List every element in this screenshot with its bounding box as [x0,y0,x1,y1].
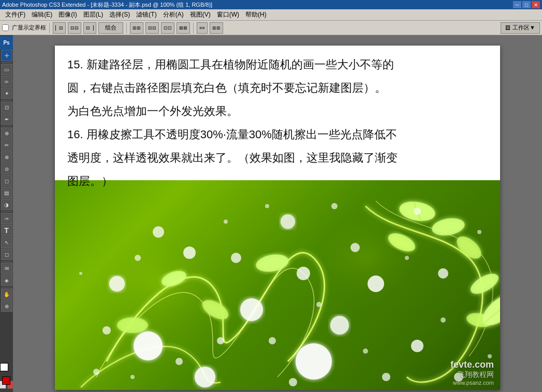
svg-point-19 [195,367,215,387]
artwork-area: fevte.com 飞翔教程网 www.psanz.com [55,180,500,390]
svg-point-42 [316,302,321,307]
menu-help[interactable]: 帮助(H) [242,9,270,20]
menu-image[interactable]: 图像(I) [55,9,80,20]
foreground-color[interactable] [2,376,10,385]
align-center-button[interactable]: ⊟⊟ [68,22,81,34]
svg-point-26 [297,267,310,280]
tool-sep-1 [2,62,12,63]
move-tool[interactable]: ✛ [1,50,12,61]
tool-sep-3 [2,126,12,126]
instruction-line-3: 为白色光点增加一个外发光效果。 [67,103,488,120]
align-right-button[interactable]: ⊟▕ [83,22,96,34]
svg-point-40 [289,378,297,386]
group-button[interactable]: 组合 [98,22,123,34]
distribute-1[interactable]: ⊞⊞ [130,22,143,34]
workspace-icon: 🖼 [505,25,510,31]
distribute-3[interactable]: ⊡⊡ [161,22,174,34]
hand-tool[interactable]: ✋ [1,288,12,300]
distribute-4[interactable]: ⊠⊠ [177,22,190,34]
svg-point-38 [93,369,99,375]
main-layout: Ps ✛ ▭ ∞ ✦ ⊡ ✒ ⊕ ✏ ⊗ ⊘ ◻ ▤ ◑ ✑ T ↖ ◻ ✉ ◈… [0,35,542,392]
shape-tool[interactable]: ◻ [1,249,12,260]
svg-point-47 [79,272,82,275]
crop-tool[interactable]: ⊡ [1,101,12,113]
instruction-line-2: 圆，右键点击路径图层填充白色（填充时不要忘记新建图层）。 [67,79,488,96]
svg-point-49 [441,317,446,323]
svg-point-45 [363,349,368,354]
magic-wand-tool[interactable]: ✦ [1,88,12,99]
svg-point-32 [382,373,390,381]
marquee-tool[interactable]: ▭ [1,64,12,75]
svg-point-33 [135,255,141,261]
heal-tool[interactable]: ⊕ [1,127,12,139]
notes-tool[interactable]: ✉ [1,263,12,274]
watermark-cn: 飞翔教程网 [458,370,494,380]
menu-bar: 文件(F) 编辑(E) 图像(I) 图层(L) 选择(S) 滤镜(T) 分析(A… [0,9,542,21]
svg-point-31 [350,243,360,252]
svg-point-36 [414,208,421,215]
left-toolbar: Ps ✛ ▭ ∞ ✦ ⊡ ✒ ⊕ ✏ ⊗ ⊘ ◻ ▤ ◑ ✑ T ↖ ◻ ✉ ◈… [0,35,13,392]
vine-svg [55,180,500,390]
svg-point-35 [331,203,338,209]
menu-file[interactable]: 文件(F) [2,9,28,20]
zoom-tool[interactable]: ⊕ [1,300,12,312]
watermark-site: fevte.com [450,359,494,370]
toolbar-sep-3 [193,23,194,33]
svg-point-34 [269,337,276,344]
tool-sep-4 [2,211,12,212]
menu-window[interactable]: 窗口(W) [214,9,242,20]
svg-point-27 [231,253,241,263]
instruction-line-5: 透明度，这样透视效果就出来了。（效果如图，这里我隐藏了渐变 [67,149,488,166]
arrange-1[interactable]: ≡≡ [197,22,208,34]
tool-sep-5 [2,261,12,262]
svg-point-17 [296,343,332,380]
text-tool[interactable]: T [1,225,12,236]
title-bar: Adobe Photoshop CS3 Extended - [未标题-3334… [0,0,542,9]
toolbar-sep-2 [126,23,127,33]
tool-sep-2 [2,100,12,100]
svg-point-39 [175,358,183,365]
menu-analyze[interactable]: 分析(A) [160,9,187,20]
align-left-button[interactable]: ▏⊟ [53,22,66,34]
minimize-button[interactable]: ─ [513,1,521,8]
title-controls: ─ □ ✕ [513,1,540,8]
svg-point-15 [134,331,163,360]
arrange-2[interactable]: ⊞⊞ [210,22,223,34]
instruction-line-1: 15. 新建路径层，用椭圆工具在植物附近随机的画一些大小不等的 [67,56,488,73]
dodge-tool[interactable]: ◑ [1,199,12,210]
svg-point-6 [467,270,500,298]
svg-point-46 [477,230,481,234]
eyedropper2-tool[interactable]: ◈ [1,274,12,286]
path-select-tool[interactable]: ↖ [1,237,12,248]
lasso-tool[interactable]: ∞ [1,76,12,87]
distribute-2[interactable]: ⊟⊟ [145,22,159,34]
svg-point-48 [265,204,269,208]
pen-tool[interactable]: ✑ [1,213,12,224]
close-button[interactable]: ✕ [532,1,540,8]
workspace-button[interactable]: 🖼 工作区▼ [501,22,540,34]
svg-point-20 [109,276,125,292]
background-color[interactable] [0,363,8,371]
brush-tool[interactable]: ✏ [1,139,12,151]
menu-edit[interactable]: 编辑(E) [28,9,55,20]
svg-point-11 [117,317,148,333]
svg-point-43 [405,256,409,260]
show-bounds-checkbox[interactable] [2,24,9,31]
maximize-button[interactable]: □ [522,1,531,8]
history-tool[interactable]: ⊘ [1,163,12,175]
menu-select[interactable]: 选择(S) [106,9,133,20]
svg-point-28 [153,226,164,238]
gradient-tool[interactable]: ▤ [1,187,12,198]
clone-tool[interactable]: ⊗ [1,151,12,163]
eraser-tool[interactable]: ◻ [1,175,12,186]
menu-layer[interactable]: 图层(L) [80,9,107,20]
text-content-area: 15. 新建路径层，用椭圆工具在植物附近随机的画一些大小不等的 圆，右键点击路径… [55,46,500,180]
svg-point-23 [368,275,384,292]
toolbar-sep-1 [49,23,50,33]
ps-logo: Ps [0,36,13,49]
eyedropper-tool[interactable]: ✒ [1,113,12,125]
svg-point-25 [438,268,448,279]
options-bar: 广显示定界框 ▏⊟ ⊟⊟ ⊟▕ 组合 ⊞⊞ ⊟⊟ ⊡⊡ ⊠⊠ ≡≡ ⊞⊞ 🖼 工… [0,21,542,35]
menu-view[interactable]: 视图(V) [187,9,214,20]
menu-filter[interactable]: 滤镜(T) [133,9,159,20]
